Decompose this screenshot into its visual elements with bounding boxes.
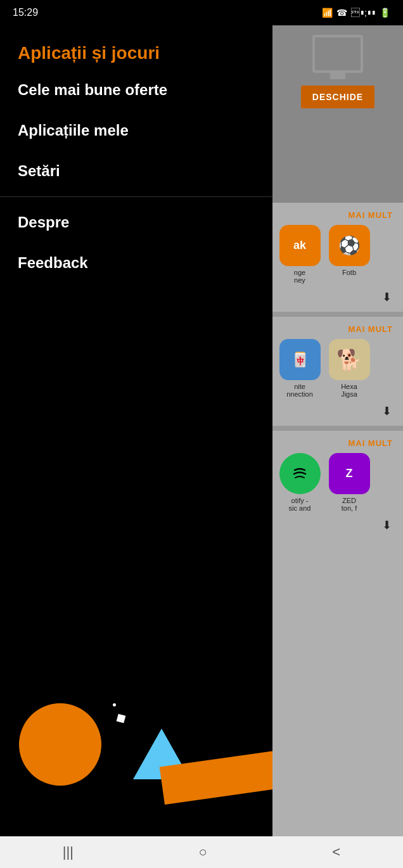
football-app-card[interactable]: ⚽: [329, 225, 370, 266]
app-row-3: otify -sic and Z ZEDton, f: [278, 453, 398, 512]
app-label-6: ZEDton, f: [342, 497, 357, 512]
right-section-2: MAI MULT 🀄 nitennection 🐕 HexaJigsa ⬇: [272, 317, 403, 426]
spotify-app-card[interactable]: [279, 453, 321, 494]
white-dot-decoration: [113, 703, 116, 706]
drawer-divider: [0, 196, 272, 197]
mahjong-app-card[interactable]: 🀄: [279, 339, 321, 380]
right-divider-2: [272, 426, 403, 431]
bottom-decorative-scene: [0, 640, 272, 805]
sidebar-item-cele-mai-bune-oferte[interactable]: Cele mai bune oferte: [0, 70, 272, 110]
sidebar-item-feedback[interactable]: Feedback: [0, 243, 272, 283]
download-arrow-2[interactable]: ⬇: [278, 404, 398, 418]
right-section-1: MAI MULT ak ngeney ⚽ Fotb ⬇: [272, 203, 403, 312]
app-row-1: ak ngeney ⚽ Fotb: [278, 225, 398, 284]
app-entry-football: ⚽ Fotb: [327, 225, 371, 284]
app-entry-dog: 🐕 HexaJigsa: [327, 339, 371, 398]
battery-icon: 🔋: [380, 8, 390, 18]
app-label-5: otify -sic and: [289, 497, 311, 512]
phone-signal-icon: ☎: [336, 8, 347, 18]
app-entry-orange: ak ngeney: [278, 225, 322, 284]
status-icons: 📶 ☎ ▮;▮▮ 🔋: [322, 8, 390, 18]
app-label-3: nitennection: [286, 383, 313, 398]
right-panel: DESCHIDE MAI MULT ak ngeney ⚽ Fotb ⬇ MAI…: [272, 0, 403, 836]
orange-circle-decoration: [19, 703, 101, 786]
app-row-2: 🀄 nitennection 🐕 HexaJigsa: [278, 339, 398, 398]
signal-bars-icon: ▮;▮▮: [351, 8, 376, 18]
status-bar: 15:29 📶 ☎ ▮;▮▮ 🔋: [0, 0, 403, 25]
monitor-icon: [312, 35, 363, 73]
app-entry-zedo: Z ZEDton, f: [327, 453, 371, 512]
app-label-2: Fotb: [342, 269, 356, 276]
dog-app-card[interactable]: 🐕: [329, 339, 370, 380]
recent-apps-button[interactable]: |||: [50, 839, 86, 865]
wifi-icon: 📶: [322, 8, 333, 18]
deschide-button[interactable]: DESCHIDE: [301, 86, 374, 108]
right-section-3: MAI MULT otify -sic and Z ZEDton, f: [272, 431, 403, 540]
drawer-title: Aplicații și jocuri: [0, 32, 272, 70]
sidebar-item-setari[interactable]: Setări: [0, 151, 272, 191]
mai-mult-label-2[interactable]: MAI MULT: [278, 324, 398, 334]
sidebar-item-despre[interactable]: Despre: [0, 202, 272, 243]
mai-mult-label-1[interactable]: MAI MULT: [278, 210, 398, 220]
spotify-logo-svg: [287, 461, 312, 487]
download-arrow-1[interactable]: ⬇: [278, 290, 398, 304]
right-divider-1: [272, 312, 403, 317]
app-label-4: HexaJigsa: [341, 383, 357, 398]
app-entry-mahjong: 🀄 nitennection: [278, 339, 322, 398]
svg-point-0: [288, 463, 311, 485]
app-label-1: ngeney: [294, 269, 305, 284]
orange-app-card-1[interactable]: ak: [279, 225, 321, 266]
drawer: Aplicații și jocuri Cele mai bune oferte…: [0, 0, 272, 836]
home-button[interactable]: ○: [186, 839, 220, 865]
download-arrow-3[interactable]: ⬇: [278, 518, 398, 532]
right-top-section: DESCHIDE: [272, 0, 403, 203]
sidebar-item-aplicatiile-mele[interactable]: Aplicațiile mele: [0, 110, 272, 151]
back-button[interactable]: <: [319, 839, 353, 865]
mai-mult-label-3[interactable]: MAI MULT: [278, 438, 398, 448]
nav-bar: ||| ○ <: [0, 836, 403, 868]
status-time: 15:29: [13, 7, 38, 18]
zedo-app-card[interactable]: Z: [329, 453, 370, 494]
app-entry-spotify: otify -sic and: [278, 453, 322, 512]
white-rect-decoration: [117, 714, 126, 724]
